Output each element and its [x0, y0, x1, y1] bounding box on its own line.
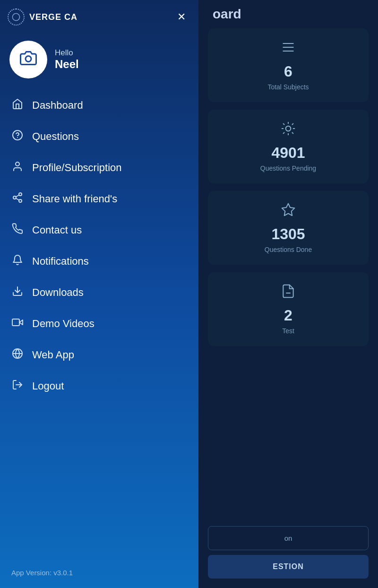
test-count: 2 — [284, 307, 292, 324]
svg-line-10 — [284, 132, 284, 133]
sidebar-item-notifications[interactable]: Notifications — [0, 246, 198, 277]
bottom-action-area: on ESTION — [208, 526, 369, 579]
bottom-button-1[interactable]: on — [208, 526, 369, 550]
globe-icon — [11, 348, 24, 362]
camera-icon — [20, 50, 37, 70]
svg-point-3 — [286, 126, 291, 131]
profile-label: Profile/Subscription — [32, 162, 122, 174]
user-name: Neel — [55, 58, 79, 71]
stat-card-subjects: 6 Total Subjects — [208, 28, 369, 102]
svg-point-15 — [26, 56, 31, 61]
sidebar-item-profile[interactable]: Profile/Subscription — [0, 152, 198, 183]
sidebar-item-logout[interactable]: Logout — [0, 371, 198, 402]
svg-line-6 — [284, 124, 284, 125]
web-app-label: Web App — [32, 349, 74, 361]
phone-icon — [11, 223, 24, 237]
svg-marker-25 — [19, 320, 23, 325]
bottom-button-2[interactable]: ESTION — [208, 555, 369, 579]
sidebar-item-demo-videos[interactable]: Demo Videos — [0, 308, 198, 339]
user-section: Hello Neel — [0, 33, 198, 90]
sidebar-item-dashboard[interactable]: Dashboard — [0, 90, 198, 121]
svg-marker-12 — [282, 204, 295, 216]
subjects-count: 6 — [284, 63, 292, 80]
menu-icon — [281, 40, 296, 58]
sidebar-drawer: VERGE CA ✕ Hello Neel Dashboard — [0, 0, 198, 588]
right-panel: oard 6 Total Subjects 4901 Questions Pen… — [198, 0, 378, 588]
downloads-label: Downloads — [32, 286, 84, 299]
stat-card-test: 2 Test — [208, 272, 369, 346]
stat-card-done: 1305 Questions Done — [208, 191, 369, 265]
share-icon — [11, 192, 24, 206]
hello-text: Hello — [55, 48, 79, 58]
sidebar-header: VERGE CA ✕ — [0, 0, 198, 33]
demo-videos-label: Demo Videos — [32, 318, 94, 330]
sidebar-item-contact[interactable]: Contact us — [0, 215, 198, 246]
dashboard-label: Dashboard — [32, 99, 83, 112]
contact-label: Contact us — [32, 224, 82, 236]
file-icon — [281, 284, 296, 302]
svg-point-14 — [13, 14, 20, 21]
log-out-icon — [11, 379, 24, 393]
help-circle-icon — [11, 130, 24, 144]
home-icon — [11, 98, 24, 112]
test-label: Test — [282, 327, 294, 335]
pending-count: 4901 — [271, 144, 305, 162]
svg-line-7 — [292, 132, 293, 133]
svg-line-11 — [292, 124, 293, 125]
bell-icon — [11, 254, 24, 268]
sidebar-item-questions[interactable]: Questions — [0, 121, 198, 152]
questions-label: Questions — [32, 130, 79, 143]
user-icon — [11, 161, 24, 175]
done-count: 1305 — [271, 225, 305, 243]
logo-icon — [8, 9, 25, 26]
svg-rect-26 — [12, 319, 19, 326]
download-icon — [11, 285, 24, 300]
sun-icon — [281, 121, 296, 139]
app-name: VERGE CA — [29, 12, 77, 22]
sidebar-item-downloads[interactable]: Downloads — [0, 277, 198, 308]
stat-card-pending: 4901 Questions Pending — [208, 110, 369, 183]
app-version: App Version: v3.0.1 — [0, 561, 198, 588]
pending-label: Questions Pending — [260, 164, 316, 172]
sidebar-item-share[interactable]: Share with friend's — [0, 183, 198, 215]
user-greeting-area: Hello Neel — [55, 48, 79, 71]
svg-point-18 — [16, 162, 19, 166]
logout-label: Logout — [32, 380, 64, 392]
page-title: oard — [213, 7, 241, 22]
sidebar-item-web-app[interactable]: Web App — [0, 339, 198, 371]
subjects-label: Total Subjects — [267, 83, 309, 91]
nav-list: Dashboard Questions Profile/Subscription… — [0, 90, 198, 561]
video-icon — [11, 317, 24, 331]
star-icon — [281, 202, 296, 221]
close-button[interactable]: ✕ — [174, 9, 189, 25]
svg-line-23 — [16, 195, 19, 197]
notifications-label: Notifications — [32, 255, 89, 268]
done-label: Questions Done — [265, 246, 312, 253]
avatar[interactable] — [9, 41, 47, 78]
logo-area: VERGE CA — [8, 9, 77, 26]
share-label: Share with friend's — [32, 193, 117, 205]
svg-line-22 — [16, 199, 19, 200]
